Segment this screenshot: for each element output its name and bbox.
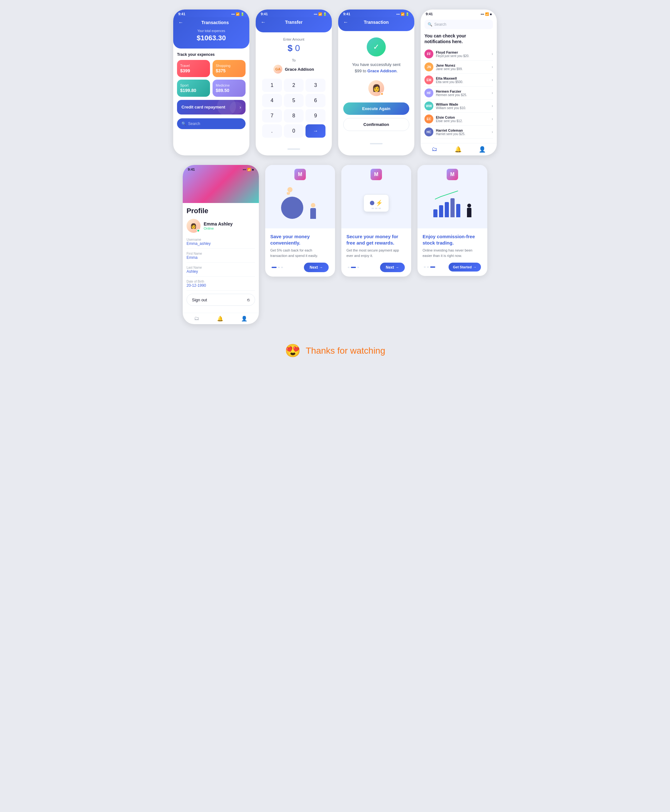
search-bar[interactable]: 🔍 Search [425,20,493,29]
onboard-desc: Online investing has never been easier t… [423,248,482,258]
dot-1 [272,267,277,268]
cat-amount: $199.80 [180,88,207,93]
credit-card-label: Credit card repayment [181,104,225,110]
expense-card-shopping[interactable]: Shopping $375 [213,60,245,77]
status-icons: ▪▪▪ 📶 🔋 [396,12,409,16]
search-bar[interactable]: 🔍 Search [177,118,245,129]
nav-bell-icon[interactable]: 🔔 [217,316,223,321]
notif-item-etta[interactable]: EM Etta Maxwell Etta sent you $500. › [425,74,493,86]
onboard-card-stock: M Enj [418,165,487,276]
num-9[interactable]: 9 [306,109,325,122]
search-icon: 🔍 [428,22,432,27]
arrow-icon: → [395,265,399,270]
status-time: 9:41 [261,12,268,16]
credit-card-banner[interactable]: Credit card repayment › [177,100,245,115]
chevron-right-icon: › [492,78,493,82]
nav-profile-icon[interactable]: 👤 [241,316,247,321]
notif-item-elsie[interactable]: EC Elsie Colon Elsie sent you $12. › [425,113,493,125]
notif-msg: Etta sent you $500. [436,80,489,84]
profile-avatar-row: 👩 Emma Ashley Online [186,219,255,233]
notif-item-harriet[interactable]: HC Harriet Coleman Harriet sent you $25.… [425,125,493,139]
field-value: Emma [186,255,255,260]
notif-msg: Elsie sent you $12. [436,119,489,123]
notifications-title: You can check your notifications here. [425,33,493,44]
total-label: Your total expences [178,29,244,33]
signal-icon: ▪▪▪ [481,12,484,16]
arrow-icon: → [319,265,323,270]
num-7[interactable]: 7 [262,109,282,122]
back-icon[interactable]: ← [261,19,266,25]
num-6[interactable]: 6 [306,94,325,107]
execute-again-button[interactable]: Execute Again [343,102,409,115]
nav-bell-icon[interactable]: 🔔 [455,146,462,153]
notif-name: Etta Maxwell [436,76,489,80]
next-button[interactable]: Next → [304,263,329,272]
nav-wallet-icon[interactable]: 🗂 [432,146,437,153]
signout-button[interactable]: Sign out ⎋ [186,294,255,306]
field-label: First Name [186,252,255,255]
num-2[interactable]: 2 [284,79,304,92]
status-icons: ▪▪▪ 📶 ■ [243,168,254,171]
notif-item-william[interactable]: WW William Wade William sent you $10. › [425,100,493,113]
wifi-icon: 📶 [247,168,251,171]
amount-value[interactable]: 0 [295,43,300,53]
nav-wallet-icon[interactable]: 🗂 [194,316,199,321]
next-button[interactable]: Next → [380,263,405,272]
chevron-right-icon: › [492,104,493,108]
field-value: 20-12-1990 [186,283,255,288]
notif-avatar: WW [425,102,433,110]
num-1[interactable]: 1 [262,79,282,92]
cat-amount: $375 [216,68,242,73]
back-icon[interactable]: ← [343,19,349,25]
search-icon: 🔍 [181,122,186,126]
pagination-dots [348,267,359,268]
screen-transaction-success: 9:41 ▪▪▪ 📶 🔋 ← Transaction ✓ You have su… [338,10,414,156]
status-time: 9:41 [178,12,185,16]
track-label: Track your expences [177,52,245,57]
field-label: Username [186,238,255,241]
signal-icon: ▪▪▪ [243,168,246,171]
onboard-card-secure: M ⚡ Secure your money for free and get r… [341,165,411,277]
screen-title: Transfer [285,20,302,25]
chevron-right-icon: › [492,65,493,69]
notif-item-floyd[interactable]: FF Floyd Farmer Floyd just sent you $20.… [425,47,493,61]
wifi-icon: 📶 [236,12,240,16]
confirmation-button[interactable]: Confirmation [343,118,409,131]
num-5[interactable]: 5 [284,94,304,107]
notif-avatar: EC [425,115,433,123]
num-0[interactable]: 0 [284,124,304,138]
online-indicator [381,92,384,95]
num-8[interactable]: 8 [284,109,304,122]
signout-icon: ⎋ [247,297,250,302]
dot-1 [348,267,350,268]
notif-name: Harriet Coleman [436,129,489,132]
notif-avatar: EM [425,76,433,85]
expense-card-travel[interactable]: Travel $399 [177,60,210,77]
num-4[interactable]: 4 [262,94,282,107]
thanks-section: 😍 Thanks for watching [285,340,386,361]
nav-profile-icon[interactable]: 👤 [479,146,486,153]
expense-card-medicine[interactable]: Medicine $89.50 [213,80,245,97]
wifi-icon: 📶 [401,12,404,16]
dot-3 [430,266,435,268]
cat-amount: $399 [180,68,207,73]
status-icons: ▪▪▪ 📶 🔋 [314,12,327,16]
success-icon: ✓ [367,37,386,56]
onboard-card-save: M Save your money conveniently. Get 5% c… [265,165,335,277]
notif-name: Jane Nunez [436,63,489,67]
get-started-button[interactable]: Get Started → [448,263,481,272]
back-icon[interactable]: ← [178,20,183,25]
notif-item-jane[interactable]: JN Jane Nunez Jane sent you $99. › [425,61,493,74]
num-3[interactable]: 3 [306,79,325,92]
send-button[interactable]: → [306,124,325,138]
dot-3 [281,267,283,268]
next-label: Next [386,265,394,270]
screen-transfer: 9:41 ▪▪▪ 📶 🔋 ← Transfer Enter Amount $ 0… [256,10,332,156]
cat-name: Sport [180,83,207,87]
screen-notifications: 9:41 ▪▪▪ 📶 ■ 🔍 Search You can check your… [421,10,497,156]
profile-field-lastname: Last Name Ashley [186,266,255,277]
notif-item-hermen[interactable]: HF Hermen Farzier Hermen sent you $25. › [425,86,493,100]
num-dot[interactable]: . [262,124,282,138]
recipient-photo: 👩 [368,80,384,96]
expense-card-sport[interactable]: Sport $199.80 [177,80,210,97]
